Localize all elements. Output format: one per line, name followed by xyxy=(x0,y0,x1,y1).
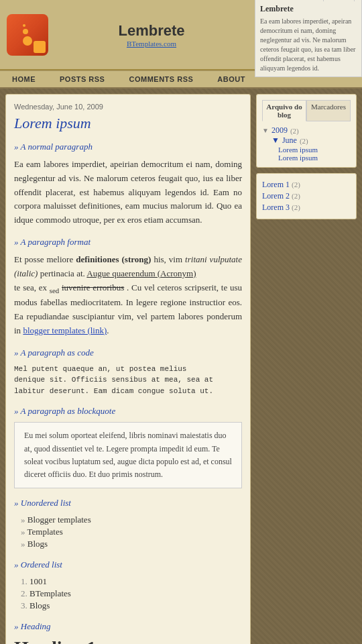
para-format-sed: sed xyxy=(50,286,59,294)
archive-content: ▼ 2009 (2) ▼ June (2) Lorem ipsum Lorem … xyxy=(262,125,351,162)
para-format-mid: his, vim xyxy=(154,254,182,264)
blabla-box: blabla Lembrete Ea eam labores imperdiet… xyxy=(255,0,362,77)
label-2[interactable]: Lorem 2 (2) xyxy=(262,191,351,202)
unordered-list: Blogger templates Templates Blogs xyxy=(14,514,242,550)
ul-item-3: Blogs xyxy=(21,538,242,550)
heading-section-label: Heading xyxy=(14,621,242,632)
archive-year-arrow: ▼ xyxy=(262,127,269,134)
feed-dot-3 xyxy=(23,36,32,46)
code-heading: A paragraph as code xyxy=(14,347,242,358)
blabla-title: Lembrete xyxy=(260,3,357,15)
site-header: Lembrete BTemplates.com blabla Lembrete … xyxy=(0,0,362,70)
feed-dot-2 xyxy=(23,29,28,34)
para-format-link[interactable]: blogger templates (link) xyxy=(23,325,107,335)
ul-item-1: Blogger templates xyxy=(21,514,242,526)
para-format-after-em: pertinacia at. xyxy=(40,268,85,278)
content-area: Wednesday, June 10, 2009 Lorem ipsum A n… xyxy=(5,94,251,644)
nav-home[interactable]: HOME xyxy=(0,71,48,87)
normal-para-text: Ea eam labores imperdiet, apeirian democ… xyxy=(14,158,242,227)
para-format-strong: definitiones (strong) xyxy=(76,254,151,264)
nav-comments-rss[interactable]: COMMENTS RSS xyxy=(117,71,205,87)
tab-arquivo[interactable]: Arquivo do blog xyxy=(262,100,306,121)
archive-post-2[interactable]: Lorem ipsum xyxy=(262,154,351,162)
para-format-end1: te sea, ex xyxy=(14,282,47,292)
label-3[interactable]: Lorem 3 (2) xyxy=(262,202,351,213)
para-format-heading: A paragraph format xyxy=(14,237,242,248)
sidebar: Arquivo do blog Marcadores ▼ 2009 (2) ▼ … xyxy=(256,94,357,225)
para-format-pre: Et posse meliore xyxy=(14,254,73,264)
archive-post-1[interactable]: Lorem ipsum xyxy=(262,146,351,154)
para-format-link-end: . xyxy=(107,325,109,335)
ordered-heading: Ordered list xyxy=(14,559,242,570)
normal-para-heading: A normal paragraph xyxy=(14,142,242,152)
blockquote-text: Eu mei solum oporteat eleifend, libris n… xyxy=(14,422,242,488)
heading-h1: Heading 1 xyxy=(14,637,242,644)
archive-year-2009[interactable]: ▼ 2009 (2) xyxy=(262,125,351,136)
label-1[interactable]: Lorem 1 (2) xyxy=(262,179,351,191)
ol-item-3: Blogs xyxy=(21,600,242,612)
feed-dot-1 xyxy=(23,24,25,27)
para-format-strike: iuvenire erroribus xyxy=(62,282,124,292)
archive-month-june[interactable]: ▼ June (2) xyxy=(262,136,351,146)
blabla-text: Ea eam labores imperdiet, apeiran democr… xyxy=(260,17,357,73)
feed-logo xyxy=(7,14,48,56)
post-date: Wednesday, June 10, 2009 xyxy=(14,103,242,111)
ol-item-1: 1001 xyxy=(21,576,242,588)
tab-marcadores[interactable]: Marcadores xyxy=(306,100,351,121)
unordered-heading: Unordered list xyxy=(14,498,242,508)
blockquote-heading: A paragraph as blockquote xyxy=(14,406,242,417)
para-format-text: Et posse meliore definitiones (strong) h… xyxy=(14,253,242,338)
code-text: Mel putent quaeque an, ut postea melius … xyxy=(14,364,242,397)
site-title-block: Lembrete BTemplates.com xyxy=(55,22,248,48)
ul-item-2: Templates xyxy=(21,526,242,538)
blabla-label: blabla xyxy=(323,0,355,1)
archive-month-arrow: ▼ xyxy=(272,136,280,146)
site-url[interactable]: BTemplates.com xyxy=(55,40,248,48)
site-title: Lembrete xyxy=(55,22,248,40)
post-title: Lorem ipsum xyxy=(14,115,242,132)
sidebar-widget-archive: Arquivo do blog Marcadores ▼ 2009 (2) ▼ … xyxy=(256,94,357,168)
nav-about[interactable]: ABOUT xyxy=(205,71,257,87)
nav-posts-rss[interactable]: POSTS RSS xyxy=(48,71,117,87)
para-format-abbr: Augue quaerendum (Acronym) xyxy=(86,268,196,278)
sidebar-widget-labels: Lorem 1 (2) Lorem 2 (2) Lorem 3 (2) xyxy=(256,173,357,219)
main-wrapper: Wednesday, June 10, 2009 Lorem ipsum A n… xyxy=(0,89,362,644)
ol-item-2: BTemplates xyxy=(21,588,242,600)
ordered-list: 1001 BTemplates Blogs xyxy=(14,576,242,612)
sidebar-tab-bar: Arquivo do blog Marcadores xyxy=(262,100,351,121)
